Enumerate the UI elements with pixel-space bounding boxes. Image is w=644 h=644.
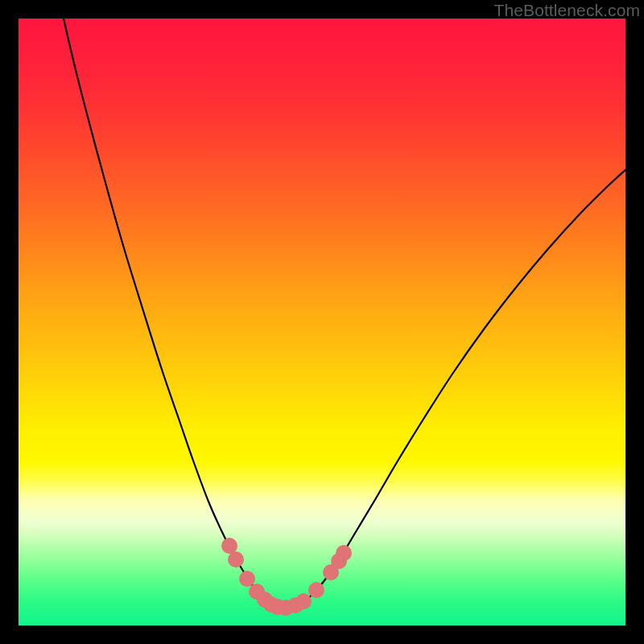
marker-dot (239, 571, 255, 587)
plot-area (19, 19, 625, 625)
curve-left-branch (64, 19, 286, 608)
curve-layer (19, 19, 625, 625)
marker-dot (295, 593, 312, 609)
marker-dot (336, 545, 352, 561)
watermark-text: TheBottleneck.com (494, 1, 640, 20)
marker-dot (228, 551, 244, 568)
marker-dot (308, 582, 324, 598)
marker-dot (221, 538, 237, 554)
curve-right-branch (286, 170, 625, 608)
chart-frame: TheBottleneck.com (0, 0, 644, 644)
